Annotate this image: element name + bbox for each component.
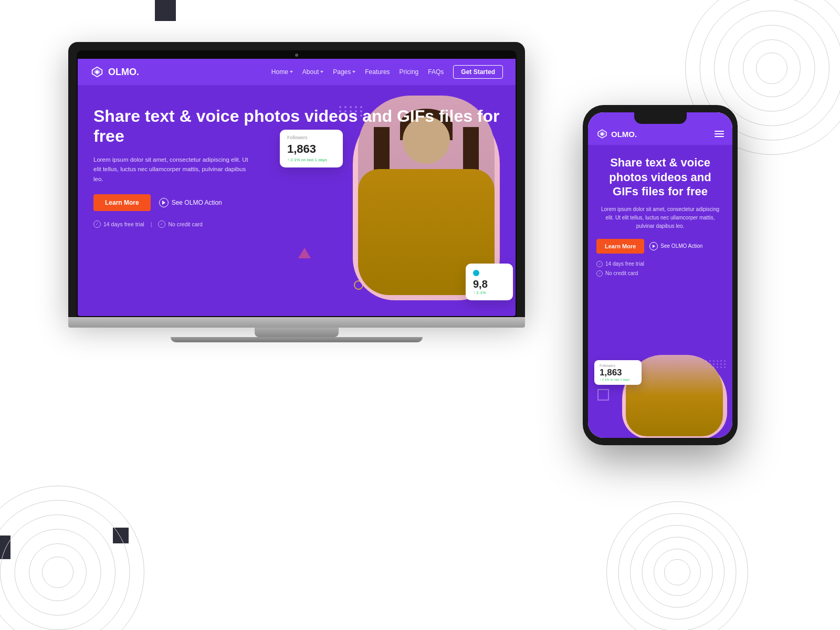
phone-hero-title: Share text & voice photos videos and GIF…: [596, 155, 724, 199]
laptop-camera: [295, 54, 298, 57]
stats-trend: ↑ 2.1%: [473, 290, 506, 295]
laptop-outer: OLMO. Home About Pages: [68, 42, 525, 317]
play-icon: [159, 198, 169, 207]
phone-badge-no-card: ✓ No credit card: [596, 270, 724, 277]
laptop-hero-buttons: Learn More See OLMO Action: [93, 194, 500, 211]
play-triangle-icon: [162, 201, 165, 205]
phone-followers-label: Followers: [600, 364, 636, 368]
about-chevron-icon: [320, 71, 323, 73]
trial-icon: ✓: [93, 220, 101, 228]
nav-pages[interactable]: Pages: [333, 68, 355, 76]
phone-outer: OLMO. Share text & voice photos videos a…: [583, 105, 738, 445]
badge-no-card: ✓ No credit card: [158, 220, 202, 228]
nav-features[interactable]: Features: [365, 68, 390, 76]
stats-dot-icon: [473, 270, 479, 276]
nav-about[interactable]: About: [302, 68, 323, 76]
laptop-nav-cta-button[interactable]: Get Started: [453, 65, 503, 79]
laptop-screen-bezel: OLMO. Home About Pages: [77, 50, 517, 317]
stats-count: 9,8: [473, 278, 506, 290]
trial-label: 14 days free trial: [103, 221, 144, 227]
phone-logo-text: OLMO.: [611, 130, 637, 139]
hero-triangle-1: [298, 248, 311, 258]
laptop-mockup: OLMO. Home About Pages: [68, 42, 525, 342]
phone-hero-buttons: Learn More See OLMO Action: [596, 239, 724, 254]
nav-pricing[interactable]: Pricing: [400, 68, 419, 76]
badge-divider: |: [151, 221, 152, 227]
phone-logo: OLMO.: [596, 128, 637, 140]
circles-bottom-left: [0, 472, 158, 630]
phone-trial-icon: ✓: [596, 261, 603, 267]
laptop-stats-card: 9,8 ↑ 2.1%: [466, 264, 513, 300]
laptop-nav-links: Home About Pages Features Pricing: [271, 65, 503, 79]
phone-followers-trend: ↑ 2.1% on last 1 days: [600, 378, 636, 381]
card-icon: ✓: [158, 220, 165, 228]
laptop-logo-icon: [90, 65, 104, 79]
followers-card-label: Followers: [287, 135, 335, 140]
laptop-stand: [255, 328, 339, 337]
laptop-website-nav: OLMO. Home About Pages: [78, 59, 516, 85]
menu-bar-3: [715, 136, 724, 137]
laptop-hero-description: Lorem ipsum dolor sit amet, consectetur …: [93, 155, 256, 184]
laptop-action-label: See OLMO Action: [172, 199, 222, 206]
nav-home[interactable]: Home: [271, 68, 293, 76]
home-chevron-icon: [290, 71, 293, 73]
laptop-screen: OLMO. Home About Pages: [78, 59, 516, 316]
bg-square-1: [155, 0, 176, 21]
phone-mockup: OLMO. Share text & voice photos videos a…: [583, 105, 738, 445]
phone-logo-icon: [596, 128, 608, 140]
nav-faqs[interactable]: FAQs: [428, 68, 444, 76]
phone-hero-badges: ✓ 14 days free trial ✓ No credit card: [596, 261, 724, 277]
laptop-base: [68, 317, 525, 328]
laptop-logo: OLMO.: [90, 65, 139, 79]
laptop-hero-badges: ✓ 14 days free trial | ✓ No credit card: [93, 220, 500, 228]
followers-count: 1,863: [287, 142, 335, 156]
phone-action-button[interactable]: See OLMO Action: [649, 242, 702, 250]
phone-decorative-dots: [706, 360, 726, 368]
menu-bar-2: [715, 133, 724, 134]
circles-bottom-right: [598, 494, 756, 630]
laptop-foot: [171, 337, 423, 342]
pages-chevron-icon: [352, 71, 355, 73]
bg-square-4: [113, 528, 129, 543]
phone-card-label: No credit card: [605, 270, 638, 276]
phone-learn-more-button[interactable]: Learn More: [596, 239, 644, 254]
phone-play-icon: [649, 242, 658, 250]
phone-hero-section: Share text & voice photos videos and GIF…: [588, 145, 732, 355]
phone-notch: [634, 112, 687, 124]
card-label: No credit card: [168, 221, 202, 227]
followers-trend: ↑ 2.1% on last 1 days: [287, 158, 335, 162]
phone-badge-free-trial: ✓ 14 days free trial: [596, 261, 724, 267]
phone-square-decoration: [597, 389, 609, 401]
phone-play-triangle-icon: [653, 245, 655, 248]
phone-trial-label: 14 days free trial: [605, 261, 644, 267]
laptop-hero-section: Share text & voice photos videos and GIF…: [78, 85, 516, 311]
laptop-learn-more-button[interactable]: Learn More: [93, 194, 151, 211]
phone-menu-icon[interactable]: [715, 131, 724, 137]
laptop-action-button[interactable]: See OLMO Action: [159, 198, 222, 207]
phone-hero-image-section: Followers 1,863 ↑ 2.1% on last 1 days: [588, 355, 732, 438]
menu-bar-1: [715, 131, 724, 132]
laptop-logo-text: OLMO.: [108, 67, 139, 78]
phone-action-label: See OLMO Action: [660, 243, 702, 249]
laptop-followers-card: Followers 1,863 ↑ 2.1% on last 1 days: [280, 130, 343, 167]
phone-followers-count: 1,863: [600, 368, 636, 378]
phone-followers-card: Followers 1,863 ↑ 2.1% on last 1 days: [594, 360, 642, 385]
phone-screen: OLMO. Share text & voice photos videos a…: [588, 112, 732, 438]
phone-card-icon: ✓: [596, 270, 603, 277]
badge-free-trial: ✓ 14 days free trial: [93, 220, 144, 228]
phone-hero-description: Lorem ipsum dolor sit amet, consectetur …: [596, 205, 724, 230]
bg-square-3: [0, 536, 10, 559]
